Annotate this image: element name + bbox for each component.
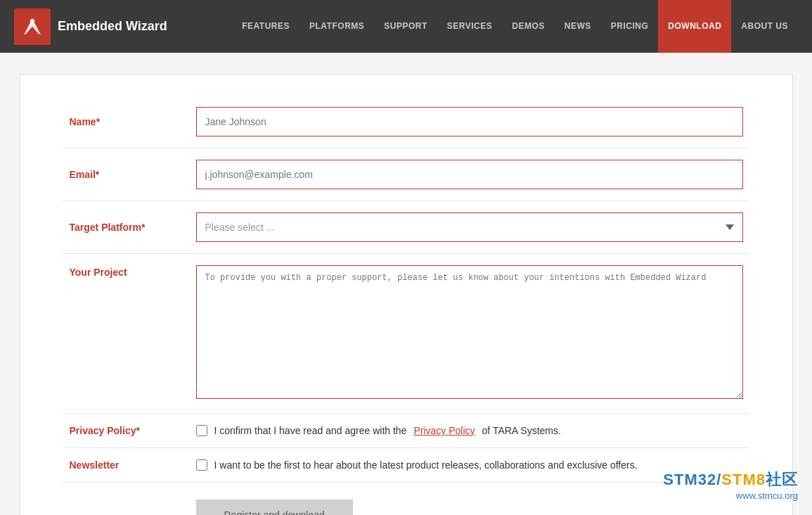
privacy-cell: I confirm that I have read and agree wit…: [189, 414, 750, 448]
nav-item-pricing[interactable]: PRICING: [601, 0, 659, 53]
newsletter-row: Newsletter I want to be the first to hea…: [63, 448, 750, 483]
name-row: Name*: [63, 96, 750, 148]
project-textarea[interactable]: [196, 265, 743, 399]
brand-logo[interactable]: Embedded Wizard: [14, 8, 167, 45]
project-textarea-cell: [189, 254, 750, 414]
privacy-row: Privacy Policy* I confirm that I have re…: [63, 414, 750, 448]
privacy-label: Privacy Policy*: [63, 414, 189, 448]
navbar: Embedded Wizard FEATURES PLATFORMS SUPPO…: [0, 0, 812, 53]
name-label: Name*: [63, 96, 189, 148]
submit-cell: Register and download: [189, 483, 750, 516]
newsletter-text: I want to be the first to hear about the…: [214, 459, 638, 471]
platform-row: Target Platform* Please select ...: [63, 201, 750, 254]
email-row: Email*: [63, 148, 750, 201]
nav-links: FEATURES PLATFORMS SUPPORT SERVICES DEMO…: [232, 0, 798, 53]
nav-item-support[interactable]: SUPPORT: [374, 0, 437, 53]
privacy-checkbox[interactable]: [196, 425, 207, 436]
newsletter-checkbox-label[interactable]: I want to be the first to hear about the…: [196, 459, 743, 471]
project-row: Your Project: [63, 254, 750, 414]
brand-name: Embedded Wizard: [58, 19, 167, 34]
email-input-cell: [189, 148, 750, 201]
newsletter-label: Newsletter: [63, 448, 189, 483]
svg-point-3: [30, 19, 34, 23]
nav-item-news[interactable]: NEWS: [555, 0, 601, 53]
register-download-button[interactable]: Register and download: [196, 500, 353, 515]
privacy-text-before: I confirm that I have read and agree wit…: [214, 425, 407, 436]
project-label: Your Project: [63, 254, 189, 414]
email-input[interactable]: [196, 160, 743, 189]
email-label: Email*: [63, 148, 189, 201]
submit-row: Register and download: [63, 483, 750, 516]
nav-item-platforms[interactable]: PLATFORMS: [299, 0, 374, 53]
nav-item-download[interactable]: DOWNLOAD: [658, 0, 731, 53]
nav-item-demos[interactable]: DEMOS: [502, 0, 555, 53]
registration-form: Name* Email* Target Platform* Please sel…: [63, 96, 750, 515]
nav-item-features[interactable]: FEATURES: [232, 0, 299, 53]
newsletter-checkbox[interactable]: [196, 459, 207, 471]
form-table: Name* Email* Target Platform* Please sel…: [63, 96, 750, 515]
name-input-cell: [189, 96, 750, 148]
privacy-policy-link[interactable]: Privacy Policy: [413, 425, 475, 436]
name-input[interactable]: [196, 107, 743, 136]
main-content: Name* Email* Target Platform* Please sel…: [20, 74, 793, 515]
logo-icon: [14, 8, 51, 45]
newsletter-cell: I want to be the first to hear about the…: [189, 448, 750, 483]
privacy-text-after: of TARA Systems.: [482, 425, 561, 436]
platform-select-cell: Please select ...: [189, 201, 750, 254]
platform-label: Target Platform*: [63, 201, 189, 254]
privacy-checkbox-label[interactable]: I confirm that I have read and agree wit…: [196, 425, 743, 436]
nav-item-about[interactable]: ABOUT US: [731, 0, 798, 53]
platform-select[interactable]: Please select ...: [196, 212, 743, 242]
nav-item-services[interactable]: SERVICES: [437, 0, 502, 53]
